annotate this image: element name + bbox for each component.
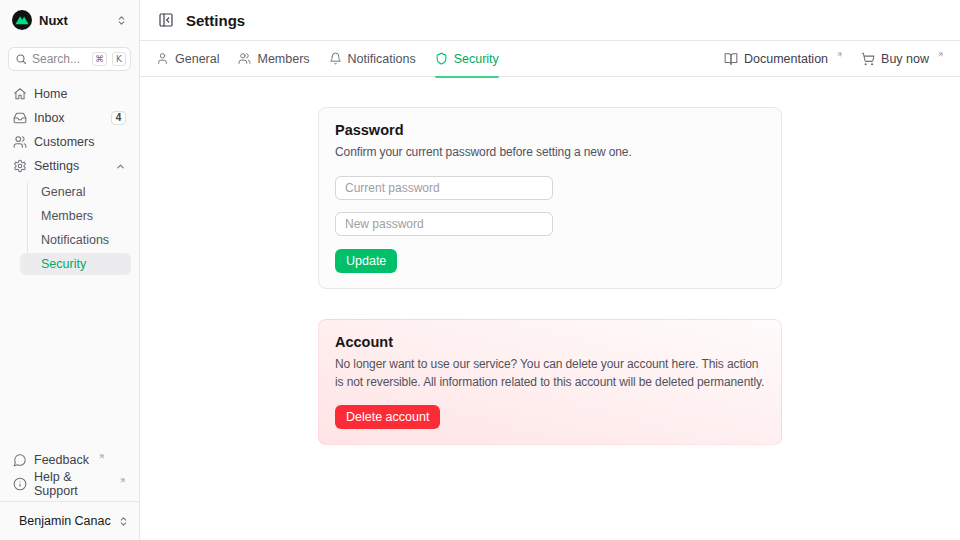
sidebar-item-members[interactable]: Members (20, 205, 131, 227)
sidebar-item-label: Settings (34, 159, 79, 173)
sidebar-divider (0, 501, 139, 502)
sidebar-nav: Home Inbox 4 Customers Settings (8, 83, 131, 275)
nuxt-logo-icon (12, 10, 32, 30)
documentation-link[interactable]: Documentation (724, 52, 843, 66)
sidebar-item-label: Members (41, 209, 93, 223)
external-link-icon (119, 477, 126, 484)
sidebar-item-label: Inbox (34, 111, 65, 125)
sidebar-item-customers[interactable]: Customers (8, 131, 131, 153)
password-card: Password Confirm your current password b… (318, 107, 782, 289)
sidebar-item-security[interactable]: Security (20, 253, 131, 275)
shopping-cart-icon (861, 52, 875, 66)
tab-members[interactable]: Members (238, 41, 309, 77)
sidebar-item-feedback[interactable]: Feedback (8, 449, 131, 471)
password-card-title: Password (335, 122, 765, 138)
sidebar-item-label: Home (34, 87, 67, 101)
chat-bubble-icon (13, 453, 27, 467)
sidebar-item-settings[interactable]: Settings (8, 155, 131, 177)
external-link-icon (98, 453, 105, 460)
current-password-field[interactable] (335, 176, 553, 200)
chevrons-up-down-icon (116, 15, 127, 26)
users-icon (238, 52, 251, 65)
settings-submenu: General Members Notifications Security (20, 181, 131, 275)
buy-now-label: Buy now (881, 52, 929, 66)
update-password-button[interactable]: Update (335, 249, 397, 273)
tab-label: Members (257, 52, 309, 66)
shield-icon (435, 52, 448, 65)
gear-icon (13, 159, 27, 173)
main-panel: Settings General Members Notifications S… (140, 0, 960, 540)
external-link-icon (836, 51, 843, 58)
home-icon (13, 87, 27, 101)
documentation-label: Documentation (744, 52, 828, 66)
tab-label: Security (454, 52, 499, 66)
chevron-up-icon (115, 161, 126, 172)
tab-notifications[interactable]: Notifications (329, 41, 416, 77)
search-input[interactable]: Search... ⌘ K (8, 47, 131, 71)
workspace-name: Nuxt (39, 13, 68, 28)
inbox-count-badge: 4 (111, 111, 126, 125)
account-card-description: No longer want to use our service? You c… (335, 355, 765, 392)
sidebar-item-label: Notifications (41, 233, 109, 247)
inbox-icon (13, 111, 27, 125)
tab-label: Notifications (348, 52, 416, 66)
sidebar-item-label: Customers (34, 135, 94, 149)
sidebar-item-inbox[interactable]: Inbox 4 (8, 107, 131, 129)
bell-icon (329, 52, 342, 65)
sidebar-spacer (8, 275, 131, 449)
account-card-title: Account (335, 334, 765, 350)
panel-left-close-icon (158, 12, 174, 28)
new-password-field[interactable] (335, 212, 553, 236)
search-placeholder: Search... (32, 52, 87, 66)
sidebar-item-label: Help & Support (34, 470, 110, 498)
buy-now-link[interactable]: Buy now (861, 52, 944, 66)
sidebar-collapse-button[interactable] (156, 10, 176, 30)
sidebar-item-general[interactable]: General (20, 181, 131, 203)
kbd-k: K (112, 52, 126, 66)
user-icon (156, 52, 169, 65)
kbd-meta: ⌘ (92, 52, 107, 66)
users-icon (13, 135, 27, 149)
sidebar: Nuxt Search... ⌘ K Home Inbox 4 (0, 0, 140, 540)
tab-label: General (175, 52, 219, 66)
sidebar-item-label: Feedback (34, 453, 89, 467)
page-title: Settings (186, 12, 245, 29)
delete-account-button[interactable]: Delete account (335, 405, 440, 429)
sidebar-item-help-support[interactable]: Help & Support (8, 473, 131, 495)
book-open-icon (724, 52, 738, 66)
settings-tabbar: General Members Notifications Security (140, 41, 960, 77)
workspace-switcher[interactable]: Nuxt (8, 8, 131, 32)
sidebar-item-home[interactable]: Home (8, 83, 131, 105)
search-icon (15, 53, 27, 65)
tab-general[interactable]: General (156, 41, 219, 77)
sidebar-footer-nav: Feedback Help & Support (8, 449, 131, 495)
account-card: Account No longer want to use our servic… (318, 319, 782, 445)
sidebar-item-notifications[interactable]: Notifications (20, 229, 131, 251)
user-menu[interactable]: Benjamin Canac (8, 508, 131, 534)
header-toolbar: Documentation Buy now (724, 52, 944, 66)
page-header: Settings (140, 0, 960, 41)
chevrons-up-down-icon (118, 516, 129, 527)
sidebar-item-label: General (41, 185, 85, 199)
settings-security-content: Password Confirm your current password b… (140, 77, 960, 540)
user-name: Benjamin Canac (19, 514, 111, 528)
password-card-description: Confirm your current password before set… (335, 143, 765, 162)
tab-security[interactable]: Security (435, 41, 499, 77)
external-link-icon (937, 51, 944, 58)
info-circle-icon (13, 477, 27, 491)
sidebar-item-label: Security (41, 257, 86, 271)
